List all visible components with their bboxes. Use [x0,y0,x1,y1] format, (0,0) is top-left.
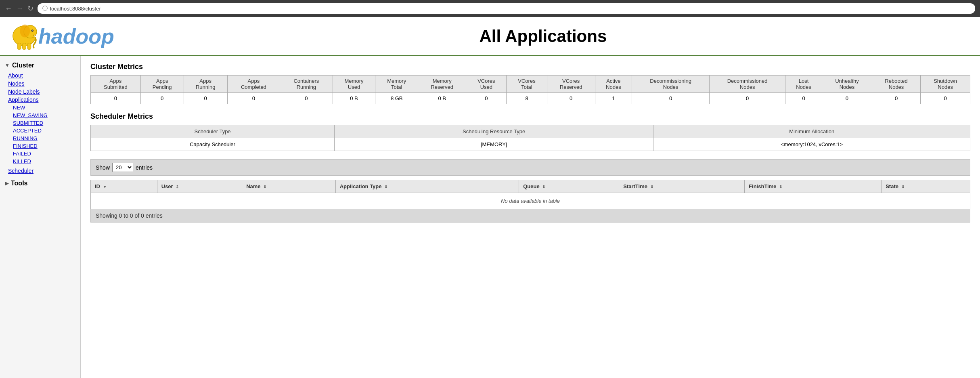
col-shutdown-nodes: ShutdownNodes [921,76,970,93]
state-sort-icon: ⇕ [901,185,905,189]
col-id[interactable]: ID ▼ [91,180,157,193]
page-header: hadoop All Applications [0,17,980,56]
svg-point-3 [31,29,34,32]
user-sort-icon: ⇕ [176,185,179,189]
val-rebooted-nodes: 0 [872,93,920,104]
sidebar-item-submitted[interactable]: SUBMITTED [5,119,80,127]
sidebar-item-about[interactable]: About [0,71,80,80]
col-active-nodes: ActiveNodes [595,76,632,93]
val-memory-reserved: 0 B [418,93,466,104]
id-sort-icon: ▼ [103,185,107,189]
col-containers-running: ContainersRunning [280,76,333,93]
sidebar-item-killed[interactable]: KILLED [5,158,80,165]
sidebar-item-applications[interactable]: Applications [0,96,80,104]
col-memory-used: MemoryUsed [333,76,375,93]
sidebar-item-new[interactable]: NEW [5,104,80,111]
sidebar-item-scheduler[interactable]: Scheduler [0,167,80,175]
val-decommissioned-nodes: 0 [710,93,785,104]
val-active-nodes: 1 [595,93,632,104]
col-state[interactable]: State ⇕ [882,180,970,193]
col-lost-nodes: LostNodes [785,76,822,93]
sidebar-tools-header[interactable]: ▶ Tools [0,177,80,189]
val-containers-running: 0 [280,93,333,104]
col-start-time[interactable]: StartTime ⇕ [619,180,745,193]
col-queue[interactable]: Queue ⇕ [519,180,619,193]
col-vcores-used: VCoresUsed [466,76,507,93]
sidebar-item-node-labels[interactable]: Node Labels [0,88,80,96]
finish-time-sort-icon: ⇕ [779,185,782,189]
val-vcores-reserved: 0 [547,93,595,104]
col-decommissioned-nodes: DecommissionedNodes [710,76,785,93]
showing-entries-footer: Showing 0 to 0 of 0 entries [90,209,970,223]
col-apps-pending: AppsPending [140,76,184,93]
sidebar-item-nodes[interactable]: Nodes [0,80,80,88]
address-bar[interactable]: ⓘ localhost:8088/cluster [38,3,975,14]
sidebar-item-running[interactable]: RUNNING [5,134,80,142]
browser-chrome: ← → ↻ ⓘ localhost:8088/cluster [0,0,980,17]
svg-rect-7 [23,43,26,50]
hadoop-logo-text: hadoop [38,26,114,47]
svg-rect-8 [27,43,31,50]
metrics-data-row: 0 0 0 0 0 0 B 8 GB 0 B 0 8 0 1 0 0 0 0 0 [91,93,970,104]
col-unhealthy-nodes: UnhealthyNodes [822,76,872,93]
sidebar-item-new-saving[interactable]: NEW_SAVING [5,111,80,119]
val-lost-nodes: 0 [785,93,822,104]
val-scheduler-type: Capacity Scheduler [91,138,335,151]
val-unhealthy-nodes: 0 [822,93,872,104]
no-data-row: No data available in table [91,193,970,209]
val-vcores-used: 0 [466,93,507,104]
val-apps-submitted: 0 [91,93,141,104]
col-vcores-reserved: VCoresReserved [547,76,595,93]
val-apps-completed: 0 [227,93,280,104]
info-icon: ⓘ [42,5,48,12]
col-apps-submitted: AppsSubmitted [91,76,141,93]
cluster-arrow-icon: ▼ [5,63,10,68]
svg-point-4 [32,30,33,31]
val-apps-pending: 0 [140,93,184,104]
svg-point-5 [20,25,30,38]
sidebar-item-finished[interactable]: FINISHED [5,142,80,150]
forward-button[interactable]: → [16,5,23,12]
val-decommissioning-nodes: 0 [632,93,709,104]
no-data-message: No data available in table [91,193,970,209]
val-scheduling-resource-type: [MEMORY] [335,138,653,151]
col-finish-time[interactable]: FinishTime ⇕ [745,180,882,193]
tools-arrow-icon: ▶ [5,181,8,186]
col-application-type[interactable]: Application Type ⇕ [335,180,519,193]
reload-button[interactable]: ↻ [27,5,34,12]
col-user[interactable]: User ⇕ [157,180,242,193]
app-type-sort-icon: ⇕ [384,185,387,189]
svg-rect-6 [17,43,21,50]
entries-select[interactable]: 10 20 25 50 100 [112,163,133,172]
hadoop-logo: hadoop [8,21,114,51]
page-title-area: All Applications [114,27,972,46]
val-memory-total: 8 GB [375,93,418,104]
col-rebooted-nodes: RebootedNodes [872,76,920,93]
sidebar-cluster-header[interactable]: ▼ Cluster [0,59,80,71]
col-memory-total: MemoryTotal [375,76,418,93]
show-entries-bar: Show 10 20 25 50 100 entries [90,159,970,176]
col-scheduler-type: Scheduler Type [91,125,335,138]
sidebar-item-failed[interactable]: FAILED [5,150,80,158]
page-title: All Applications [114,27,972,46]
name-sort-icon: ⇕ [263,185,266,189]
val-minimum-allocation: <memory:1024, vCores:1> [653,138,970,151]
col-minimum-allocation: Minimum Allocation [653,125,970,138]
sidebar-tools-section: ▶ Tools [0,177,80,189]
col-scheduling-resource-type: Scheduling Resource Type [335,125,653,138]
col-vcores-total: VCoresTotal [507,76,547,93]
col-name[interactable]: Name ⇕ [242,180,336,193]
scheduler-data-row: Capacity Scheduler [MEMORY] <memory:1024… [91,138,970,151]
content-area: Cluster Metrics AppsSubmitted AppsPendin… [81,56,980,378]
show-label: Show [96,164,110,171]
url-text: localhost:8088/cluster [50,6,101,12]
col-apps-completed: AppsCompleted [227,76,280,93]
sidebar-item-accepted[interactable]: ACCEPTED [5,127,80,134]
sidebar-cluster-label: Cluster [12,62,34,69]
hadoop-elephant-icon [8,21,40,51]
back-button[interactable]: ← [5,5,12,12]
sidebar-app-sub-links: NEW NEW_SAVING SUBMITTED ACCEPTED RUNNIN… [0,104,80,165]
queue-sort-icon: ⇕ [542,185,545,189]
val-vcores-total: 8 [507,93,547,104]
applications-table: ID ▼ User ⇕ Name ⇕ Application Type ⇕ Qu… [90,180,970,209]
